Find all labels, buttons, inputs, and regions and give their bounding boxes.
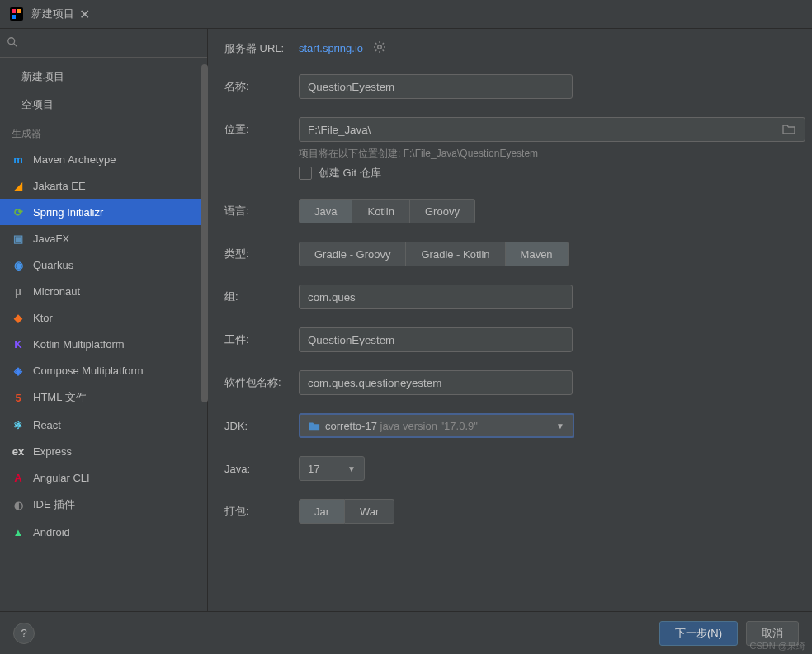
content-panel: 服务器 URL: start.spring.io 名称: 位置: 项目将在以下位… [208,29,812,611]
sidebar-item-empty-project[interactable]: 空项目 [0,91,207,119]
group-input[interactable] [299,285,573,309]
sidebar-item-ktor[interactable]: ◆Ktor [0,304,207,331]
server-url-label: 服务器 URL: [224,41,299,56]
html-icon: 5 [12,391,25,404]
language-label: 语言: [224,204,299,219]
packaging-btn-jar[interactable]: Jar [299,499,345,524]
android-icon: ▲ [12,525,25,539]
jdk-version: java version "17.0.9" [380,420,478,432]
language-group: JavaKotlinGroovy [299,199,475,223]
type-btn-maven[interactable]: Maven [506,242,569,266]
server-url-link[interactable]: start.spring.io [299,42,363,54]
sidebar-item-spring-initializr[interactable]: ⟳Spring Initializr [0,199,207,225]
next-button[interactable]: 下一步(N) [659,621,738,646]
sidebar-item-angular[interactable]: AAngular CLI [0,464,207,491]
sidebar-item-label: Android [33,526,70,539]
package-input[interactable] [299,370,573,395]
location-label: 位置: [224,122,299,137]
packaging-group: JarWar [299,499,394,524]
svg-point-4 [8,37,15,44]
jdk-value: corretto-17 [325,420,377,432]
gear-icon[interactable] [373,40,386,56]
footer: ? 下一步(N) 取消 [0,611,812,654]
sidebar-item-react[interactable]: ⚛React [0,412,207,438]
java-label: Java: [224,463,299,475]
sidebar-item-maven-archetype[interactable]: mMaven Archetype [0,146,207,172]
compose-mp-icon: ◈ [12,364,25,377]
language-btn-kotlin[interactable]: Kotlin [352,199,410,223]
artifact-label: 工件: [224,332,299,347]
svg-line-5 [14,43,17,46]
sidebar-item-label: Compose Multiplatform [33,365,144,377]
svg-rect-3 [12,15,16,19]
titlebar: 新建项目 ✕ [0,0,812,29]
name-input[interactable] [299,74,573,99]
jakarta-ee-icon: ◢ [12,179,25,192]
watermark: CSDN @泉绮 [750,640,805,652]
artifact-input[interactable] [299,327,573,352]
sidebar-item-html[interactable]: 5HTML 文件 [0,383,207,412]
javafx-icon: ▣ [12,232,25,245]
express-icon: ex [12,445,25,458]
sidebar-item-label: Express [33,445,72,458]
sidebar-item-label: Jakarta EE [33,180,86,192]
location-input[interactable] [299,117,805,142]
sidebar-item-label: HTML 文件 [33,390,87,405]
sidebar-item-label: Micronaut [33,285,80,298]
location-hint: 项目将在以下位置创建: F:\File_Java\QuestionEyestem [299,147,795,161]
quarkus-icon: ◉ [12,258,25,271]
sidebar-item-ide-plugin[interactable]: ◐IDE 插件 [0,491,207,519]
jdk-select[interactable]: corretto-17 java version "17.0.9" ▼ [299,413,574,438]
micronaut-icon: μ [12,285,25,298]
sidebar: 新建项目空项目生成器mMaven Archetype◢Jakarta EE⟳Sp… [0,29,208,611]
close-icon[interactable]: ✕ [74,7,95,22]
java-select[interactable]: 17 ▼ [299,456,365,481]
svg-point-6 [378,45,382,49]
sidebar-item-jakarta-ee[interactable]: ◢Jakarta EE [0,172,207,199]
language-btn-groovy[interactable]: Groovy [410,199,475,223]
packaging-label: 打包: [224,504,299,519]
window-title: 新建项目 [31,7,74,21]
type-label: 类型: [224,247,299,261]
git-checkbox[interactable] [299,167,312,180]
type-group: Gradle - GroovyGradle - KotlinMaven [299,242,569,266]
sidebar-item-label: Kotlin Multiplatform [33,338,125,351]
folder-icon[interactable] [782,123,795,137]
chevron-down-icon: ▼ [347,464,356,473]
packaging-btn-war[interactable]: War [345,499,394,524]
sidebar-item-kotlin-mp[interactable]: KKotlin Multiplatform [0,331,207,357]
svg-rect-1 [12,9,16,13]
search-input[interactable] [23,34,201,52]
sidebar-item-javafx[interactable]: ▣JavaFX [0,225,207,252]
sidebar-item-label: JavaFX [33,233,69,245]
type-btn-gradle---kotlin[interactable]: Gradle - Kotlin [406,242,505,266]
sidebar-item-android[interactable]: ▲Android [0,519,207,545]
app-logo-icon [10,7,23,21]
sidebar-item-new-project[interactable]: 新建项目 [0,63,207,91]
sidebar-section-label: 生成器 [0,119,207,146]
kotlin-mp-icon: K [12,337,25,351]
react-icon: ⚛ [12,418,25,431]
help-button[interactable]: ? [13,623,35,644]
sidebar-list: 新建项目空项目生成器mMaven Archetype◢Jakarta EE⟳Sp… [0,58,207,611]
jdk-label: JDK: [224,420,299,432]
language-btn-java[interactable]: Java [299,199,352,223]
sidebar-item-quarkus[interactable]: ◉Quarkus [0,252,207,278]
spring-initializr-icon: ⟳ [12,205,25,219]
scrollbar[interactable] [201,64,208,402]
type-btn-gradle---groovy[interactable]: Gradle - Groovy [299,242,406,266]
sidebar-item-label: Quarkus [33,259,73,271]
name-label: 名称: [224,79,299,94]
group-label: 组: [224,289,299,304]
sidebar-item-label: React [33,419,61,431]
ide-plugin-icon: ◐ [12,498,25,511]
sidebar-item-micronaut[interactable]: μMicronaut [0,278,207,304]
angular-icon: A [12,471,25,484]
git-checkbox-label: 创建 Git 仓库 [319,166,381,181]
sidebar-item-express[interactable]: exExpress [0,438,207,464]
ktor-icon: ◆ [12,311,25,324]
package-label: 软件包名称: [224,375,299,390]
maven-archetype-icon: m [12,153,25,166]
sidebar-item-label: Maven Archetype [33,153,116,166]
sidebar-item-compose-mp[interactable]: ◈Compose Multiplatform [0,357,207,383]
